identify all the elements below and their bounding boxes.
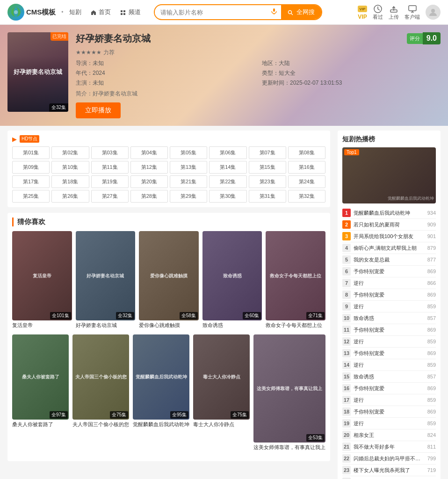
logo-icon: [7, 4, 24, 21]
hot-item-21[interactable]: 21 我不做大哥好多年 811: [342, 441, 436, 453]
episode-btn-11[interactable]: 第11集: [91, 161, 129, 174]
hot-item-9[interactable]: 9 逆行 859: [342, 301, 436, 312]
episode-btn-16[interactable]: 第16集: [288, 161, 325, 174]
recommend-card-1[interactable]: 好孕娇妻名动京城 全32集 好孕娇妻名动京城: [76, 231, 136, 329]
recommend-card-4[interactable]: 这美女师傅靠谱，有事真让我上 全53集 这美女师傅靠谱，有事真让我上: [253, 334, 325, 451]
history-button[interactable]: 看过: [373, 4, 383, 21]
hot-item-14[interactable]: 14 逆行 859: [342, 359, 436, 371]
card-title: 这美女师傅靠谱，有事真让我上: [253, 444, 325, 451]
episode-btn-5[interactable]: 第05集: [170, 146, 207, 159]
recommend-card-4[interactable]: 救命女子令每天都想上位 全71集 救命女子令每天都想上位: [266, 231, 325, 329]
episode-btn-27[interactable]: 第27集: [91, 190, 129, 203]
hot-rank-13: 13: [342, 349, 351, 357]
episode-btn-3[interactable]: 第03集: [91, 146, 129, 159]
top1-label: Top1: [344, 149, 359, 155]
hot-item-3[interactable]: 3 开局系统给我100个女朋友 901: [342, 231, 436, 242]
episode-btn-2[interactable]: 第02集: [51, 146, 89, 159]
vip-button[interactable]: VIP VIP: [358, 4, 367, 20]
episode-btn-19[interactable]: 第19集: [91, 175, 129, 188]
client-button[interactable]: 客户端: [405, 4, 420, 21]
episode-btn-12[interactable]: 第12集: [130, 161, 168, 174]
hot-item-2[interactable]: 2 若只如初见的夏雨荷 909: [342, 219, 436, 231]
episode-btn-23[interactable]: 第23集: [249, 175, 286, 188]
recommend-card-3[interactable]: 致命诱惑 全60集 致命诱惑: [202, 231, 262, 329]
hot-item-18[interactable]: 18 予你特别宠爱 869: [342, 406, 436, 418]
recommend-card-0[interactable]: 复活皇帝 全101集 复活皇帝: [12, 231, 72, 329]
episode-btn-21[interactable]: 第21集: [170, 175, 207, 188]
hot-item-23[interactable]: 23 楼下女人曝光我杀死我了 719: [342, 464, 436, 476]
card-poster-title: 毒士大人你冷静点: [193, 334, 250, 420]
episode-btn-22[interactable]: 第22集: [209, 175, 246, 188]
episode-btn-14[interactable]: 第14集: [209, 161, 246, 174]
episode-btn-31[interactable]: 第31集: [249, 190, 286, 203]
hot-item-6[interactable]: 6 予你特别宠爱 869: [342, 266, 436, 277]
episode-btn-30[interactable]: 第30集: [209, 190, 246, 203]
hot-item-22[interactable]: 22 闪婚后总裁夫妇的马甲捂不住了 799: [342, 453, 436, 464]
episode-btn-28[interactable]: 第28集: [130, 190, 168, 203]
user-avatar[interactable]: [426, 5, 441, 20]
card-poster: 好孕娇妻名动京城 全32集: [76, 231, 136, 320]
episode-btn-20[interactable]: 第20集: [130, 175, 168, 188]
episode-btn-25[interactable]: 第25集: [12, 190, 50, 203]
nav-short-drama[interactable]: 短剧: [65, 6, 85, 18]
hot-item-5[interactable]: 5 我的女友是总裁 877: [342, 254, 436, 266]
search-input[interactable]: [155, 6, 267, 19]
hot-item-7[interactable]: 7 逆行 866: [342, 277, 436, 289]
episode-btn-10[interactable]: 第10集: [51, 161, 89, 174]
hot-item-8[interactable]: 8 予你特别宠爱 869: [342, 289, 436, 301]
hot-item-4[interactable]: 4 偷听心声,满朝文武帮我上朝 879: [342, 242, 436, 254]
episode-btn-17[interactable]: 第17集: [12, 175, 50, 188]
play-button[interactable]: 立即播放: [76, 102, 121, 118]
episode-btn-13[interactable]: 第13集: [170, 161, 207, 174]
recommend-card-0[interactable]: 桑夫人你被套路了 全97集 桑夫人你被套路了: [12, 334, 69, 451]
hot-item-17[interactable]: 17 逆行 859: [342, 394, 436, 406]
card-title: 夫人帝国三个偷小板的您: [72, 421, 129, 428]
hot-item-20[interactable]: 20 相亲女王 824: [342, 429, 436, 441]
hot-item-10[interactable]: 10 致命诱惑 857: [342, 312, 436, 324]
watched-badge: 已完结: [51, 32, 68, 41]
hot-item-24[interactable]: 24 女婿好么 716: [342, 476, 436, 479]
episode-btn-15[interactable]: 第15集: [249, 161, 286, 174]
episode-btn-4[interactable]: 第04集: [130, 146, 168, 159]
episode-btn-6[interactable]: 第06集: [209, 146, 246, 159]
hot-name-1: 觉醒麟麟血后我武动乾坤: [354, 210, 425, 217]
episode-btn-26[interactable]: 第26集: [51, 190, 89, 203]
episode-btn-7[interactable]: 第07集: [249, 146, 286, 159]
hd-badge: HD节点: [20, 135, 39, 143]
recommend-card-1[interactable]: 夫人帝国三个偷小板的您 全75集 夫人帝国三个偷小板的您: [72, 334, 129, 451]
right-sidebar: 短剧热播榜 Top1 觉醒麟麟血后我武动乾坤 1 觉醒麟麟血后我武动乾坤 934…: [338, 131, 441, 479]
episode-btn-24[interactable]: 第24集: [288, 175, 325, 188]
hot-item-13[interactable]: 13 予你特别宠爱 869: [342, 348, 436, 359]
nav-home[interactable]: 首页: [87, 6, 115, 18]
hot-count-1: 934: [427, 210, 436, 216]
card-count: 全75集: [110, 411, 128, 419]
hot-item-1[interactable]: 1 觉醒麟麟血后我武动乾坤 934: [342, 207, 436, 219]
card-poster: 桑夫人你被套路了 全97集: [12, 334, 69, 420]
svg-point-9: [289, 10, 292, 14]
site-logo[interactable]: CMS模板: [7, 4, 56, 21]
hot-item-19[interactable]: 19 逆行 859: [342, 418, 436, 429]
search-button[interactable]: 全网搜: [281, 5, 321, 19]
hot-name-14: 逆行: [354, 362, 425, 369]
recommend-card-2[interactable]: 爱你像心跳难触摸 全58集 爱你像心跳难触摸: [139, 231, 199, 329]
recommend-card-2[interactable]: 觉醒麟麟血后我武动乾坤 全95集 觉醒麟麟血后我武动乾坤: [133, 334, 189, 451]
episode-btn-9[interactable]: 第09集: [12, 161, 50, 174]
hot-item-12[interactable]: 12 逆行 859: [342, 336, 436, 348]
episode-btn-29[interactable]: 第29集: [170, 190, 207, 203]
recommend-card-3[interactable]: 毒士大人你冷静点 全75集 毒士大人你冷静点: [193, 334, 250, 451]
svg-rect-6: [123, 13, 125, 15]
upload-button[interactable]: 上传: [389, 4, 399, 21]
hot-item-16[interactable]: 16 予你特别宠爱 869: [342, 383, 436, 394]
episode-btn-18[interactable]: 第18集: [51, 175, 89, 188]
hot-item-11[interactable]: 11 予你特别宠爱 869: [342, 324, 436, 336]
episode-btn-8[interactable]: 第08集: [288, 146, 325, 159]
nav-channel[interactable]: 频道: [116, 6, 145, 18]
hot-rank-21: 21: [342, 443, 351, 451]
episode-btn-32[interactable]: 第32集: [288, 190, 325, 203]
hot-count-4: 879: [427, 245, 436, 251]
hot-item-15[interactable]: 15 致命诱惑 857: [342, 371, 436, 383]
voice-search-icon[interactable]: [267, 5, 281, 19]
episode-btn-1[interactable]: 第01集: [12, 146, 50, 159]
hot-name-17: 逆行: [354, 397, 425, 404]
card-poster-title: 爱你像心跳难触摸: [139, 231, 199, 320]
